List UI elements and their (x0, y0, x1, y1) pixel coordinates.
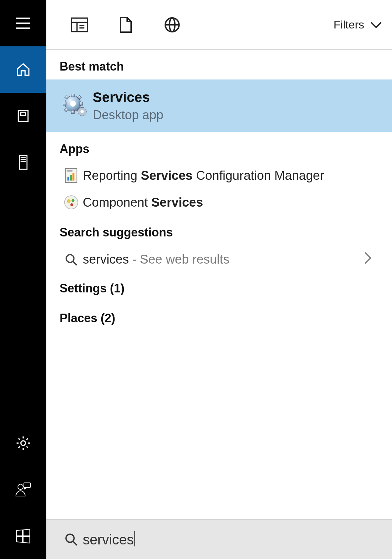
best-match-title: Services (93, 89, 163, 105)
svg-rect-33 (68, 177, 70, 181)
gear-icon (15, 435, 31, 451)
svg-point-21 (70, 101, 76, 107)
svg-rect-4 (21, 112, 26, 115)
suggestions-header: Search suggestions (46, 216, 392, 245)
svg-point-41 (70, 203, 73, 206)
svg-line-45 (73, 541, 77, 545)
app-label-0: Reporting Services Configuration Manager (83, 169, 379, 183)
person-feedback-icon (15, 482, 31, 497)
svg-point-10 (18, 484, 23, 489)
svg-point-9 (21, 441, 25, 445)
chevron-right-icon (364, 251, 379, 268)
web-suggestion[interactable]: services - See web results (46, 245, 392, 274)
search-icon (60, 533, 83, 546)
svg-rect-25 (79, 102, 83, 105)
app-result-1[interactable]: Component Services (46, 189, 392, 216)
best-match-header: Best match (46, 50, 392, 79)
app-result-0[interactable]: Reporting Services Configuration Manager (46, 162, 392, 189)
sidebar-spacer (0, 185, 46, 420)
svg-point-39 (67, 199, 71, 203)
scope-apps[interactable] (60, 17, 99, 32)
apps-header: Apps (46, 132, 392, 162)
hamburger-icon (16, 18, 30, 29)
start-search-window: Filters Best match (0, 0, 392, 559)
svg-rect-22 (71, 94, 74, 97)
best-match-result[interactable]: Services Desktop app (46, 79, 392, 132)
component-services-icon (60, 195, 83, 210)
suggestion-term: services (83, 252, 129, 267)
scope-documents[interactable] (106, 16, 146, 33)
svg-point-40 (72, 199, 74, 202)
svg-point-44 (66, 534, 74, 542)
document-scope-icon (119, 16, 133, 33)
web-scope-icon (164, 17, 180, 33)
category-places[interactable]: Places (2) (46, 303, 392, 333)
sidebar-item-1[interactable] (0, 93, 46, 139)
search-box[interactable]: services (46, 519, 392, 559)
home-button[interactable] (0, 46, 46, 93)
sidebar-item-2[interactable] (0, 139, 46, 185)
settings-button[interactable] (0, 420, 46, 466)
filters-label: Filters (333, 18, 364, 31)
sidebar (0, 0, 46, 559)
apps-scope-icon (71, 17, 88, 32)
best-match-subtitle: Desktop app (93, 108, 163, 122)
feedback-button[interactable] (0, 466, 46, 513)
start-button[interactable] (0, 513, 46, 559)
chevron-down-icon (370, 21, 382, 28)
svg-rect-24 (63, 102, 66, 105)
book-icon (16, 109, 30, 123)
windows-icon (15, 528, 31, 544)
svg-point-42 (66, 255, 74, 262)
suggestion-hint: - See web results (132, 252, 229, 267)
best-match-text: Services Desktop app (93, 89, 163, 122)
results-list: Best match (46, 50, 392, 519)
text-caret (134, 531, 135, 546)
svg-rect-23 (71, 110, 74, 114)
scope-web[interactable] (152, 17, 192, 33)
svg-point-31 (80, 110, 84, 113)
report-icon (60, 168, 83, 183)
search-icon (60, 253, 83, 266)
svg-rect-11 (24, 483, 30, 487)
category-settings[interactable]: Settings (1) (46, 274, 392, 303)
svg-rect-34 (70, 175, 72, 180)
home-icon (16, 62, 31, 77)
hamburger-button[interactable] (0, 0, 46, 46)
app-label-1: Component Services (83, 195, 379, 210)
search-query: services (83, 531, 135, 548)
svg-point-38 (65, 196, 78, 209)
scope-tabs: Filters (46, 0, 392, 50)
svg-line-43 (73, 261, 77, 265)
tower-icon (18, 154, 29, 171)
services-app-icon (60, 94, 93, 118)
search-panel: Filters Best match (46, 0, 392, 559)
svg-rect-35 (73, 173, 74, 180)
filters-dropdown[interactable]: Filters (333, 18, 382, 31)
